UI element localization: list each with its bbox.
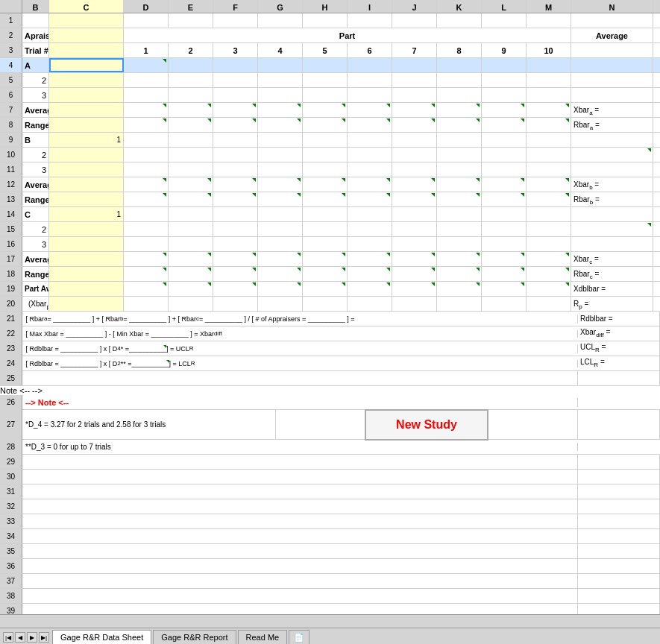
cell-i8[interactable] bbox=[348, 118, 392, 132]
cell-n37[interactable] bbox=[578, 574, 660, 588]
cell-g5[interactable] bbox=[258, 73, 303, 87]
cell-i12[interactable] bbox=[348, 177, 392, 192]
cell-g16[interactable] bbox=[258, 237, 303, 251]
cell-f4[interactable] bbox=[213, 58, 258, 72]
cell-k20[interactable] bbox=[437, 297, 482, 311]
cell-m7[interactable] bbox=[527, 103, 571, 117]
cell-i15[interactable] bbox=[348, 222, 392, 236]
cell-d9[interactable] bbox=[124, 133, 169, 147]
cell-e11[interactable] bbox=[169, 162, 213, 177]
cell-j10[interactable] bbox=[392, 148, 437, 162]
cell-d1[interactable] bbox=[124, 13, 169, 28]
cell-k18[interactable] bbox=[437, 267, 482, 281]
cell-e18[interactable] bbox=[169, 267, 213, 281]
new-study-button[interactable]: New Study bbox=[365, 409, 488, 441]
cell-d18[interactable] bbox=[124, 267, 169, 281]
cell-k4[interactable] bbox=[437, 58, 482, 72]
cell-m4[interactable] bbox=[527, 58, 571, 72]
cell-n31[interactable] bbox=[578, 484, 660, 499]
cell-k19[interactable] bbox=[437, 282, 482, 296]
cell-c2[interactable] bbox=[49, 28, 124, 42]
cell-j18[interactable] bbox=[392, 267, 437, 281]
tab-prev-button[interactable]: ◀ bbox=[15, 632, 25, 643]
cell-g8[interactable] bbox=[258, 118, 303, 132]
cell-m13[interactable] bbox=[527, 192, 571, 206]
cell-d10[interactable] bbox=[124, 148, 169, 162]
cell-e15[interactable] bbox=[169, 222, 213, 236]
cell-g20[interactable] bbox=[258, 297, 303, 311]
cell-j17[interactable] bbox=[392, 252, 437, 266]
cell-g19[interactable] bbox=[258, 282, 303, 296]
cell-g1[interactable] bbox=[258, 13, 303, 28]
cell-d20[interactable] bbox=[124, 297, 169, 311]
cell-h17[interactable] bbox=[303, 252, 348, 266]
cell-c3[interactable] bbox=[49, 43, 124, 57]
cell-f13[interactable] bbox=[213, 192, 258, 206]
col-header-d[interactable]: D bbox=[124, 0, 169, 13]
cell-c16[interactable] bbox=[49, 237, 124, 251]
cell-i1[interactable] bbox=[348, 13, 392, 28]
cell-g14[interactable] bbox=[258, 207, 303, 221]
tab-first-button[interactable]: |◀ bbox=[3, 632, 13, 643]
cell-n6[interactable] bbox=[571, 88, 653, 102]
cell-k13[interactable] bbox=[437, 192, 482, 206]
col-header-n[interactable]: N bbox=[571, 0, 653, 13]
cell-m11[interactable] bbox=[527, 162, 571, 177]
cell-f18[interactable] bbox=[213, 267, 258, 281]
cell-l7[interactable] bbox=[482, 103, 527, 117]
cell-n36[interactable] bbox=[578, 559, 660, 573]
cell-e9[interactable] bbox=[169, 133, 213, 147]
cell-j20[interactable] bbox=[392, 297, 437, 311]
cell-h1[interactable] bbox=[303, 13, 348, 28]
cell-c15[interactable] bbox=[49, 222, 124, 236]
cell-n38[interactable] bbox=[578, 589, 660, 603]
cell-n30[interactable] bbox=[578, 470, 660, 484]
cell-i18[interactable] bbox=[348, 267, 392, 281]
cell-k16[interactable] bbox=[437, 237, 482, 251]
cell-n5[interactable] bbox=[571, 73, 653, 87]
cell-f16[interactable] bbox=[213, 237, 258, 251]
cell-f8[interactable] bbox=[213, 118, 258, 132]
cell-h19[interactable] bbox=[303, 282, 348, 296]
cell-h13[interactable] bbox=[303, 192, 348, 206]
cell-e17[interactable] bbox=[169, 252, 213, 266]
cell-f10[interactable] bbox=[213, 148, 258, 162]
cell-h5[interactable] bbox=[303, 73, 348, 87]
col-header-k[interactable]: K bbox=[437, 0, 482, 13]
cell-f11[interactable] bbox=[213, 162, 258, 177]
cell-j12[interactable] bbox=[392, 177, 437, 192]
cell-e7[interactable] bbox=[169, 103, 213, 117]
cell-h12[interactable] bbox=[303, 177, 348, 192]
cell-e19[interactable] bbox=[169, 282, 213, 296]
cell-b1[interactable] bbox=[22, 13, 49, 28]
cell-l9[interactable] bbox=[482, 133, 527, 147]
cell-k12[interactable] bbox=[437, 177, 482, 192]
cell-k6[interactable] bbox=[437, 88, 482, 102]
col-header-h[interactable]: H bbox=[303, 0, 348, 13]
cell-m10[interactable] bbox=[527, 148, 571, 162]
cell-k8[interactable] bbox=[437, 118, 482, 132]
cell-j4[interactable] bbox=[392, 58, 437, 72]
cell-m14[interactable] bbox=[527, 207, 571, 221]
cell-f1[interactable] bbox=[213, 13, 258, 28]
cell-c19[interactable] bbox=[49, 282, 124, 296]
cell-l13[interactable] bbox=[482, 192, 527, 206]
cell-l16[interactable] bbox=[482, 237, 527, 251]
col-header-e[interactable]: E bbox=[169, 0, 213, 13]
cell-c18[interactable] bbox=[49, 267, 124, 281]
cell-e6[interactable] bbox=[169, 88, 213, 102]
cell-c5[interactable] bbox=[49, 73, 124, 87]
cell-m19[interactable] bbox=[527, 282, 571, 296]
tab-last-button[interactable]: ▶| bbox=[39, 632, 49, 643]
cell-38-main[interactable] bbox=[22, 589, 578, 603]
tab-gage-rr-data[interactable]: Gage R&R Data Sheet bbox=[52, 630, 151, 644]
cell-f17[interactable] bbox=[213, 252, 258, 266]
cell-d5[interactable] bbox=[124, 73, 169, 87]
cell-m9[interactable] bbox=[527, 133, 571, 147]
cell-d15[interactable] bbox=[124, 222, 169, 236]
col-header-f[interactable]: F bbox=[213, 0, 258, 13]
cell-k10[interactable] bbox=[437, 148, 482, 162]
cell-j13[interactable] bbox=[392, 192, 437, 206]
cell-h18[interactable] bbox=[303, 267, 348, 281]
cell-n27[interactable] bbox=[578, 410, 660, 440]
